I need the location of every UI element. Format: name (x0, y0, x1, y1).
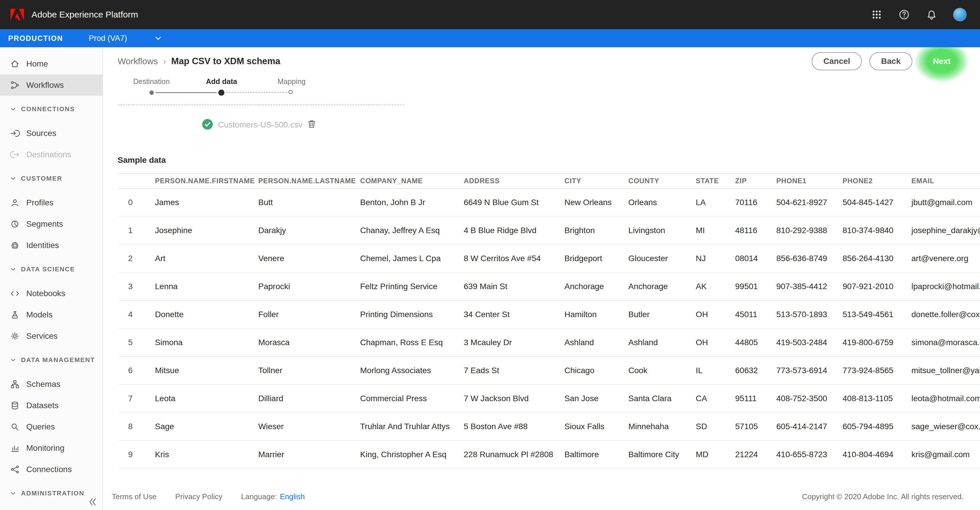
sidebar-item-notebooks[interactable]: Notebooks (0, 283, 102, 304)
table-cell: Ashland (565, 329, 628, 356)
table-cell: Donette (155, 300, 258, 329)
table-cell: 44805 (735, 329, 776, 356)
home-icon (10, 59, 20, 69)
table-cell: NJ (696, 245, 735, 273)
sidebar-item-services[interactable]: Services (0, 325, 102, 346)
table-cell: Dilliard (258, 384, 360, 413)
table-cell: 99501 (735, 273, 776, 300)
table-cell: 70116 (735, 189, 776, 216)
sidebar-section-data-science[interactable]: DATA SCIENCE (0, 256, 102, 283)
table-cell: Kris (155, 440, 258, 469)
row-index-cell: 4 (118, 300, 155, 329)
next-button[interactable]: Next (920, 52, 964, 70)
environment-name: Prod (VA7) (89, 34, 127, 43)
table-cell: Feltz Printing Service (360, 273, 464, 300)
chevron-down-icon[interactable] (154, 34, 162, 42)
breadcrumb: Workflows › Map CSV to XDM schema (118, 56, 280, 67)
table-cell: CA (696, 384, 735, 413)
step-mapping: Mapping (278, 77, 305, 86)
table-row: 5SimonaMorascaChapman, Ross E Esq3 Mcaul… (118, 329, 980, 356)
table-cell: 605-414-2147 (776, 413, 843, 440)
table-cell: 408-813-1105 (843, 384, 912, 413)
check-circle-icon (202, 118, 213, 130)
sidebar: HomeWorkflowsCONNECTIONSSourcesDestinati… (0, 47, 103, 510)
sidebar-item-home[interactable]: Home (0, 53, 102, 75)
table-cell: 773-924-8565 (843, 356, 912, 384)
sidebar-item-models[interactable]: Models (0, 304, 102, 325)
privacy-policy-link[interactable]: Privacy Policy (175, 492, 223, 501)
apps-grid-icon[interactable] (871, 9, 883, 21)
table-cell: sage_wieser@cox.net (912, 413, 980, 440)
sidebar-section-customer[interactable]: CUSTOMER (0, 165, 102, 192)
table-cell: 410-804-4694 (843, 440, 912, 469)
sidebar-item-schemas[interactable]: Schemas (0, 373, 102, 395)
terms-of-use-link[interactable]: Terms of Use (112, 492, 156, 501)
table-cell: donette.foller@cox.net (912, 300, 980, 329)
help-icon[interactable] (898, 9, 910, 21)
table-cell: Baltimore (565, 440, 628, 469)
sidebar-item-connections[interactable]: Connections (0, 459, 102, 480)
sidebar-section-connections[interactable]: CONNECTIONS (0, 96, 102, 122)
table-cell: 4 B Blue Ridge Blvd (464, 216, 565, 245)
environment-label: PRODUCTION (8, 34, 63, 43)
sidebar-item-label: Datasets (26, 401, 59, 410)
row-index-cell: 3 (118, 273, 155, 300)
table-cell: Tollner (258, 356, 360, 384)
table-cell: 907-921-2010 (843, 273, 912, 300)
table-cell: San Jose (565, 384, 628, 413)
table-cell: 8 W Cerritos Ave #54 (464, 245, 565, 273)
table-cell: 605-794-4895 (843, 413, 912, 440)
language-value-link[interactable]: English (280, 492, 305, 501)
column-header: COMPANY_NAME (360, 173, 464, 189)
column-header: CITY (565, 173, 628, 189)
wizard-steps: Destination Add data Mapping (118, 75, 334, 104)
table-cell: Marrier (258, 440, 360, 469)
sidebar-section-label: DATA SCIENCE (21, 265, 75, 273)
identities-icon (10, 240, 20, 250)
table-row: 1JosephineDarakjyChanay, Jeffrey A Esq4 … (118, 216, 980, 245)
breadcrumb-workflows-link[interactable]: Workflows (118, 56, 158, 66)
cancel-button[interactable]: Cancel (811, 52, 862, 70)
table-header-row: PERSON.NAME.FIRSTNAMEPERSON.NAME.LASTNAM… (118, 173, 980, 189)
queries-icon (10, 422, 20, 432)
table-cell: 410-655-8723 (776, 440, 843, 469)
table-cell: Morasca (258, 329, 360, 356)
table-cell: simona@morasca.com (912, 329, 980, 356)
table-cell: 3 Mcauley Dr (464, 329, 565, 356)
sidebar-item-queries[interactable]: Queries (0, 416, 102, 437)
table-row: 9KrisMarrierKing, Christopher A Esq228 R… (118, 440, 980, 469)
table-cell: 639 Main St (464, 273, 565, 300)
step-progress-line (156, 92, 216, 93)
sidebar-item-datasets[interactable]: Datasets (0, 395, 102, 416)
sidebar-item-workflows[interactable]: Workflows (0, 75, 102, 96)
back-button[interactable]: Back (869, 52, 912, 70)
sidebar-item-label: Workflows (26, 81, 64, 90)
sidebar-item-profiles[interactable]: Profiles (0, 192, 102, 213)
sidebar-item-destinations: Destinations (0, 144, 102, 165)
sidebar-item-label: Home (26, 59, 48, 68)
sidebar-item-monitoring[interactable]: Monitoring (0, 437, 102, 459)
column-header: PERSON.NAME.LASTNAME (258, 173, 360, 189)
table-cell: MD (696, 440, 735, 469)
services-icon (10, 331, 20, 341)
column-header: PHONE2 (843, 173, 912, 189)
table-cell: Butt (258, 189, 360, 216)
table-cell: 7 Eads St (464, 356, 565, 384)
sidebar-item-segments[interactable]: Segments (0, 213, 102, 235)
sidebar-item-sources[interactable]: Sources (0, 122, 102, 144)
sidebar-item-label: Identities (26, 241, 59, 250)
datasets-icon (10, 400, 20, 410)
adobe-logo[interactable] (11, 9, 24, 21)
row-index-header (118, 173, 155, 189)
sidebar-item-identities[interactable]: Identities (0, 235, 102, 256)
sidebar-item-label: Queries (26, 422, 55, 432)
notifications-icon[interactable] (926, 9, 937, 21)
sidebar-section-data-management[interactable]: DATA MANAGEMENT (0, 346, 102, 373)
table-cell: Anchorage (565, 273, 628, 300)
sidebar-item-label: Profiles (26, 198, 53, 207)
table-cell: Hamilton (565, 300, 628, 329)
avatar[interactable] (953, 8, 967, 21)
collapse-sidebar-icon[interactable] (87, 496, 99, 508)
table-row: 0JamesButtBenton, John B Jr6649 N Blue G… (118, 189, 980, 216)
trash-icon[interactable] (306, 118, 317, 130)
